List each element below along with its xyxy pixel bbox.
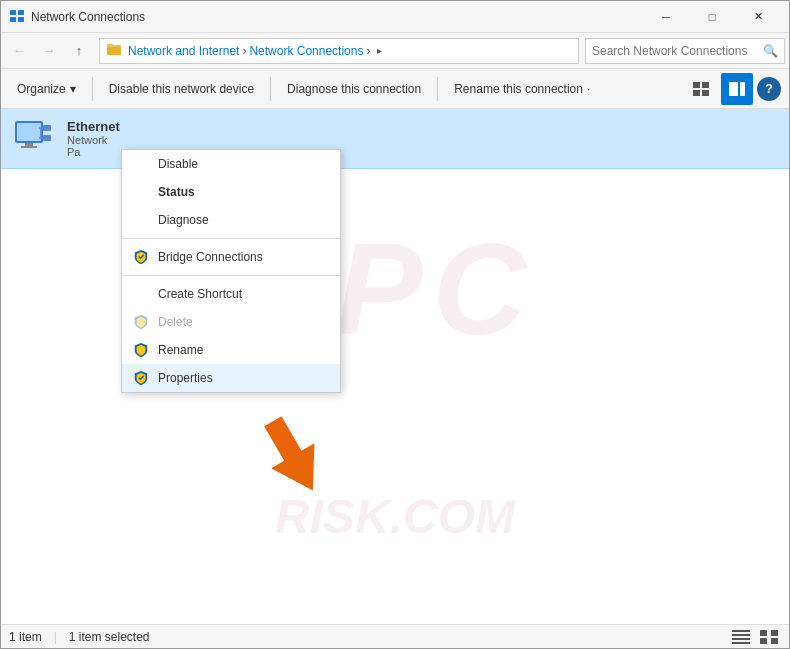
maximize-button[interactable]: □ [689, 1, 735, 33]
breadcrumb-network-internet[interactable]: Network and Internet [128, 44, 239, 58]
ctx-status[interactable]: Status [122, 178, 340, 206]
svg-rect-12 [740, 82, 745, 96]
bridge-shield-icon [132, 248, 150, 266]
forward-button[interactable]: → [35, 37, 63, 65]
ethernet-name: Ethernet [67, 119, 120, 134]
ctx-diagnose[interactable]: Diagnose [122, 206, 340, 234]
svg-rect-26 [732, 638, 750, 640]
svg-rect-8 [702, 82, 709, 88]
ethernet-item[interactable]: Ethernet Network Pa [1, 109, 789, 169]
disable-label: Disable this network device [109, 82, 254, 96]
ethernet-info: Ethernet Network Pa [67, 119, 120, 158]
svg-rect-7 [693, 82, 700, 88]
svg-rect-16 [21, 146, 37, 148]
ctx-properties-label: Properties [158, 371, 213, 385]
ctx-bridge[interactable]: Bridge Connections [122, 243, 340, 271]
status-selected: 1 item selected [69, 630, 150, 644]
title-bar: Network Connections ─ □ ✕ [1, 1, 789, 33]
status-sep: | [54, 630, 57, 644]
svg-rect-11 [729, 82, 738, 96]
svg-rect-0 [10, 10, 16, 15]
toolbar-separator-1 [92, 77, 93, 101]
search-icon: 🔍 [763, 44, 778, 58]
diagnose-button[interactable]: Diagnose this connection [279, 73, 429, 105]
svg-rect-1 [18, 10, 24, 15]
ctx-diagnose-label: Diagnose [158, 213, 209, 227]
ctx-status-label: Status [158, 185, 195, 199]
ctx-disable-label: Disable [158, 157, 198, 171]
minimize-button[interactable]: ─ [643, 1, 689, 33]
ctx-bridge-label: Bridge Connections [158, 250, 263, 264]
organize-arrow: ▾ [70, 82, 76, 96]
window-title: Network Connections [31, 10, 643, 24]
ctx-delete-label: Delete [158, 315, 193, 329]
preview-pane-button[interactable] [721, 73, 753, 105]
organize-label: Organize [17, 82, 66, 96]
large-icons-button[interactable] [757, 627, 781, 647]
svg-rect-9 [693, 90, 700, 96]
breadcrumb-network-connections[interactable]: Network Connections [249, 44, 363, 58]
svg-rect-17 [43, 125, 51, 131]
breadcrumb-sep-2: › [366, 44, 370, 58]
search-input[interactable] [592, 44, 759, 58]
svg-rect-14 [17, 123, 41, 141]
svg-rect-29 [771, 630, 778, 636]
details-view-button[interactable] [729, 627, 753, 647]
rename-label: Rename this connection [454, 82, 583, 96]
breadcrumb-dropdown-arrow[interactable]: ▸ [377, 45, 382, 56]
disable-button[interactable]: Disable this network device [101, 73, 262, 105]
content-area: 9PC RISK.COM [1, 109, 789, 624]
window: Network Connections ─ □ ✕ ← → ↑ Network … [0, 0, 790, 649]
toolbar: Organize ▾ Disable this network device D… [1, 69, 789, 109]
svg-rect-31 [771, 638, 778, 644]
properties-shield-icon [132, 369, 150, 387]
up-button[interactable]: ↑ [65, 37, 93, 65]
delete-shield-icon [132, 313, 150, 331]
ethernet-icon [9, 115, 57, 163]
ctx-shortcut[interactable]: Create Shortcut [122, 280, 340, 308]
back-button[interactable]: ← [5, 37, 33, 65]
ethernet-type: Network [67, 134, 120, 146]
breadcrumb-sep-1: › [242, 44, 246, 58]
rename-shield-icon [132, 341, 150, 359]
ctx-sep-2 [122, 275, 340, 276]
toolbar-separator-2 [270, 77, 271, 101]
change-view-button[interactable] [685, 73, 717, 105]
context-menu: Disable Status Diagnose Bridge Connectio… [121, 149, 341, 393]
help-button[interactable]: ? [757, 77, 781, 101]
search-box: 🔍 [585, 38, 785, 64]
svg-marker-23 [251, 409, 334, 503]
ctx-rename-label: Rename [158, 343, 203, 357]
status-bar: 1 item | 1 item selected [1, 624, 789, 648]
breadcrumb-bar: Network and Internet › Network Connectio… [99, 38, 579, 64]
ctx-delete: Delete [122, 308, 340, 336]
svg-rect-24 [732, 630, 750, 632]
watermark-line2: RISK.COM [275, 489, 515, 544]
ctx-properties[interactable]: Properties [122, 364, 340, 392]
ctx-disable[interactable]: Disable [122, 150, 340, 178]
svg-rect-30 [760, 638, 767, 644]
rename-dot: · [587, 82, 590, 96]
ctx-rename[interactable]: Rename [122, 336, 340, 364]
ctx-shortcut-label: Create Shortcut [158, 287, 242, 301]
diagnose-label: Diagnose this connection [287, 82, 421, 96]
close-button[interactable]: ✕ [735, 1, 781, 33]
status-right [729, 627, 781, 647]
toolbar-separator-3 [437, 77, 438, 101]
status-count: 1 item [9, 630, 42, 644]
toolbar-right: ? [685, 73, 781, 105]
svg-rect-28 [760, 630, 767, 636]
window-controls: ─ □ ✕ [643, 1, 781, 33]
window-icon [9, 9, 25, 25]
ethernet-partial: Pa [67, 146, 120, 158]
arrow-indicator [231, 399, 341, 512]
svg-rect-2 [10, 17, 16, 22]
svg-rect-10 [702, 90, 709, 96]
breadcrumb-folder-icon [106, 41, 122, 60]
svg-rect-3 [18, 17, 24, 22]
rename-button[interactable]: Rename this connection · [446, 73, 598, 105]
ctx-sep-1 [122, 238, 340, 239]
nav-bar: ← → ↑ Network and Internet › Network Con… [1, 33, 789, 69]
organize-button[interactable]: Organize ▾ [9, 73, 84, 105]
svg-rect-27 [732, 642, 750, 644]
